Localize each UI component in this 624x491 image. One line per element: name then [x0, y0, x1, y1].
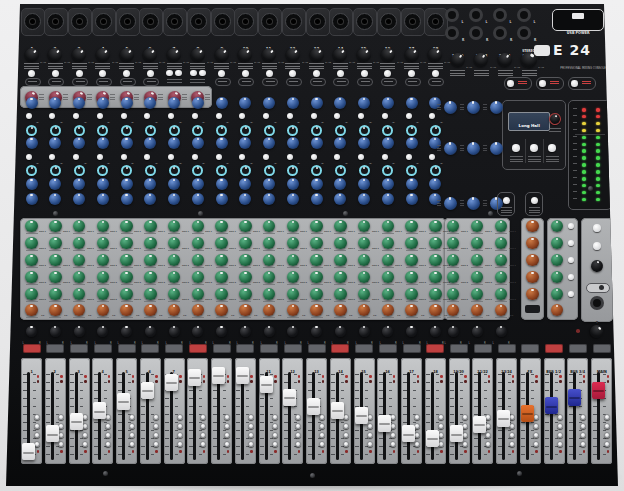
aux-send-knob-aux-1[interactable]	[239, 220, 252, 233]
aux-send-knob-fx[interactable]	[144, 304, 157, 317]
eq-hi-mid-knob[interactable]	[216, 137, 228, 149]
combo-input-jack[interactable]	[211, 8, 235, 36]
aux-send-knob-aux-2[interactable]	[382, 237, 395, 250]
eq-button[interactable]	[97, 154, 103, 160]
pan-knob[interactable]	[74, 326, 85, 337]
assign-button[interactable]	[295, 423, 301, 429]
eq-hi-mid-knob[interactable]	[382, 137, 394, 149]
eq-lo-knob[interactable]	[239, 193, 251, 205]
assign-button[interactable]	[129, 414, 135, 420]
mute-button[interactable]: MUTE	[450, 344, 468, 353]
two-track-button[interactable]	[531, 197, 538, 204]
assign-button[interactable]	[177, 441, 183, 447]
pan-knob[interactable]	[240, 326, 251, 337]
fader-handle[interactable]	[22, 443, 35, 460]
aux-send-knob-aux-1[interactable]	[120, 220, 133, 233]
assign-button[interactable]	[557, 423, 563, 429]
assign-button[interactable]	[58, 441, 64, 447]
pan-knob[interactable]	[26, 326, 37, 337]
aux-send-knob-aux-4[interactable]	[73, 271, 86, 284]
eq-lo-mid-knob[interactable]	[287, 178, 299, 190]
pan-knob[interactable]	[192, 326, 203, 337]
aux-send-knob-aux-4[interactable]	[120, 271, 133, 284]
eq-button[interactable]	[311, 154, 317, 160]
aux-send-knob-aux-5[interactable]	[287, 288, 300, 301]
aux-send-knob-fx[interactable]	[471, 304, 484, 317]
aux-send-knob-aux-3[interactable]	[334, 254, 347, 267]
low-cut-button[interactable]	[432, 70, 439, 77]
mute-button[interactable]: MUTE	[260, 344, 278, 353]
aux-send-knob-aux-1[interactable]	[429, 220, 442, 233]
assign-button[interactable]	[557, 432, 563, 438]
combo-input-jack[interactable]	[353, 8, 377, 36]
aux-send-knob-aux-5[interactable]	[471, 288, 484, 301]
fx-return-knob[interactable]	[526, 254, 539, 267]
fader-handle[interactable]	[568, 389, 581, 406]
assign-button[interactable]	[34, 423, 40, 429]
aux-send-knob-aux-2[interactable]	[49, 237, 62, 250]
assign-button[interactable]	[129, 441, 135, 447]
aux-send-knob-aux-3[interactable]	[97, 254, 110, 267]
gain-knob[interactable]	[22, 45, 42, 65]
eq-lo-mid-freq-knob[interactable]	[121, 165, 132, 176]
eq-hi-mid-freq-knob[interactable]	[382, 125, 393, 136]
mute-button[interactable]: MUTE	[593, 344, 611, 353]
aux-send-knob-fx[interactable]	[382, 304, 395, 317]
eq-lo-mid-knob[interactable]	[216, 178, 228, 190]
eq-hi-mid-freq-knob[interactable]	[264, 125, 275, 136]
routing-toggle-button[interactable]	[536, 77, 564, 90]
aux-send-knob-aux-4[interactable]	[358, 271, 371, 284]
pan-knob[interactable]	[472, 326, 483, 337]
assign-button[interactable]	[604, 441, 610, 447]
assign-button[interactable]	[509, 441, 515, 447]
aux-master-knob[interactable]	[551, 237, 564, 250]
eq-hi-mid-knob[interactable]	[239, 137, 251, 149]
eq-lo-mid-knob[interactable]	[311, 178, 323, 190]
aux-send-knob-aux-5[interactable]	[495, 288, 508, 301]
assign-button[interactable]	[438, 414, 444, 420]
aux-send-knob-aux-1[interactable]	[382, 220, 395, 233]
fx-return-knob[interactable]	[526, 288, 539, 301]
assign-button[interactable]	[200, 414, 206, 420]
aux-send-knob-fx[interactable]	[334, 304, 347, 317]
pan-knob[interactable]	[264, 326, 275, 337]
aux-send-knob-aux-2[interactable]	[495, 237, 508, 250]
eq-button[interactable]	[406, 154, 412, 160]
eq-lo-mid-freq-knob[interactable]	[169, 165, 180, 176]
mute-button[interactable]: MUTE	[141, 344, 159, 353]
aux-send-knob-aux-2[interactable]	[471, 237, 484, 250]
eq-button[interactable]	[97, 113, 103, 119]
aux-master-knob[interactable]	[551, 288, 564, 301]
fader-handle[interactable]	[141, 382, 154, 399]
eq-button[interactable]	[382, 154, 388, 160]
assign-button[interactable]	[462, 441, 468, 447]
eq-hi-mid-freq-knob[interactable]	[169, 125, 180, 136]
fader-handle[interactable]	[70, 413, 83, 430]
eq-mid-knob[interactable]	[467, 142, 480, 155]
headphone-jack[interactable]	[590, 296, 604, 310]
eq-hi-knob[interactable]	[97, 97, 109, 109]
gain-knob[interactable]	[235, 45, 255, 65]
pan-knob[interactable]	[145, 326, 156, 337]
eq-lo-mid-freq-knob[interactable]	[311, 165, 322, 176]
aux-send-knob-aux-5[interactable]	[25, 288, 38, 301]
eq-hi-knob[interactable]	[287, 97, 299, 109]
eq-hi-mid-freq-knob[interactable]	[145, 125, 156, 136]
eq-hi-knob[interactable]	[334, 97, 346, 109]
low-cut-button[interactable]	[123, 70, 130, 77]
assign-button[interactable]	[224, 441, 230, 447]
mute-button[interactable]: MUTE	[70, 344, 88, 353]
assign-button[interactable]	[438, 423, 444, 429]
low-cut-button[interactable]	[199, 70, 206, 77]
eq-lo-mid-freq-knob[interactable]	[382, 165, 393, 176]
aux-send-knob-aux-4[interactable]	[49, 271, 62, 284]
eq-hi-mid-knob[interactable]	[168, 137, 180, 149]
combo-input-jack[interactable]	[116, 8, 140, 36]
aux-send-knob-aux-1[interactable]	[310, 220, 323, 233]
assign-button[interactable]	[105, 423, 111, 429]
aux-send-knob-fx[interactable]	[447, 304, 460, 317]
low-cut-button[interactable]	[52, 70, 59, 77]
eq-lo-mid-freq-knob[interactable]	[430, 165, 441, 176]
aux-send-knob-aux-2[interactable]	[97, 237, 110, 250]
pad-button[interactable]	[166, 70, 173, 77]
